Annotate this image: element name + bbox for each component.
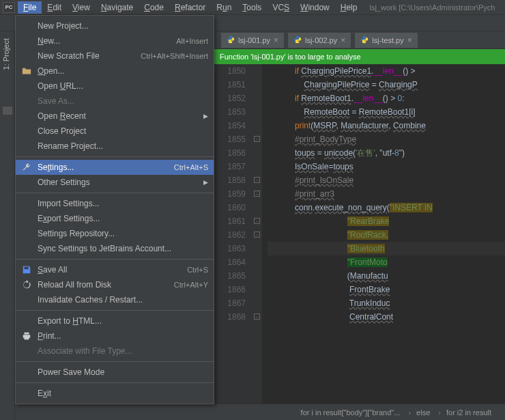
menu-item-label: Other Settings: [38, 178, 208, 187]
file-menu-exit[interactable]: Exit: [16, 386, 214, 401]
file-menu-print[interactable]: Print...: [16, 328, 214, 344]
file-menu-save-all[interactable]: Save AllCtrl+S: [16, 262, 214, 277]
reload-icon: [21, 279, 32, 290]
menu-code[interactable]: Code: [139, 1, 169, 14]
menu-shortcut: Ctrl+Alt+Y: [174, 281, 208, 289]
menu-help[interactable]: Help: [335, 1, 363, 14]
structure-icon[interactable]: [3, 107, 12, 115]
file-menu-export-settings[interactable]: Export Settings...: [16, 211, 214, 226]
close-icon[interactable]: ×: [341, 36, 345, 45]
file-menu-sync-settings-to-jetbrains-account[interactable]: Sync Settings to JetBrains Account...: [16, 241, 214, 256]
menu-item-label: Exit: [38, 389, 208, 398]
fold-toggle[interactable]: -: [254, 232, 260, 238]
line-gutter: 1850185118521853185418551856185718581859…: [214, 64, 252, 404]
file-menu-new[interactable]: New...Alt+Insert: [16, 33, 214, 48]
menu-edit[interactable]: Edit: [42, 1, 67, 14]
menu-item-label: New Scratch File: [38, 51, 141, 61]
menu-item-label: Associate with File Type...: [38, 346, 208, 356]
code-editor[interactable]: if ChargingPilePrice1.__len__() > Chargi…: [262, 64, 505, 404]
menu-item-label: Open URL...: [38, 81, 208, 91]
file-menu-invalidate-caches-restart[interactable]: Invalidate Caches / Restart...: [16, 292, 214, 307]
project-path: lsj_work [C:\Users\Administrator\Pych: [369, 3, 495, 12]
fold-toggle[interactable]: -: [254, 177, 260, 183]
file-menu-import-settings[interactable]: Import Settings...: [16, 196, 214, 211]
file-menu-new-scratch-file[interactable]: New Scratch FileCtrl+Alt+Shift+Insert: [16, 48, 214, 64]
file-menu-rename-project[interactable]: Rename Project...: [16, 139, 214, 154]
menu-item-label: Print...: [38, 331, 208, 341]
menu-refactor[interactable]: Refactor: [169, 1, 211, 14]
file-menu-open-url[interactable]: Open URL...: [16, 79, 214, 94]
fold-toggle[interactable]: -: [254, 218, 260, 224]
menu-item-label: Settings...: [38, 163, 174, 172]
folder-icon: [21, 66, 32, 76]
tab-label: lsj-001.py: [238, 36, 270, 44]
fold-toggle[interactable]: -: [254, 313, 260, 320]
menu-window[interactable]: Window: [295, 1, 335, 14]
menu-item-label: Open Recent: [38, 111, 208, 121]
menu-item-label: Import Settings...: [38, 199, 208, 208]
editor-tab[interactable]: lsj-001.py×: [221, 33, 284, 48]
menu-shortcut: Alt+Insert: [176, 37, 208, 45]
menu-item-label: New...: [38, 36, 176, 46]
file-menu-dropdown: New Project...New...Alt+InsertNew Scratc…: [15, 15, 214, 404]
analysis-banner: Function 'lsj-001.py' is too large to an…: [214, 49, 505, 64]
menu-shortcut: Ctrl+Alt+Shift+Insert: [141, 52, 208, 60]
file-menu-settings[interactable]: Settings...Ctrl+Alt+S: [16, 160, 214, 175]
menu-item-label: Export Settings...: [38, 214, 208, 223]
editor-tab[interactable]: lsj-test.py×: [355, 33, 417, 48]
editor-tabs: lsj-001.py×lsj-002.py×lsj-test.py×: [214, 31, 505, 49]
menu-item-label: Invalidate Caches / Restart...: [38, 295, 208, 305]
menu-item-label: Open...: [38, 66, 208, 76]
python-icon: [360, 36, 369, 45]
sidebar-project-button[interactable]: 1: Project: [2, 38, 10, 70]
menu-item-label: Save As...: [38, 96, 208, 106]
menu-file[interactable]: File: [18, 1, 42, 14]
tool-window-sidebar: 1: Project: [0, 31, 15, 420]
menu-item-label: Export to HTML...: [38, 316, 208, 326]
python-icon: [227, 36, 235, 45]
file-menu-reload-all-from-disk[interactable]: Reload All from DiskCtrl+Alt+Y: [16, 277, 214, 292]
menu-item-label: Settings Repository...: [38, 229, 208, 238]
menu-item-label: Reload All from Disk: [38, 280, 174, 290]
menu-item-label: New Project...: [38, 21, 208, 31]
file-menu-settings-repository[interactable]: Settings Repository...: [16, 226, 214, 241]
breadcrumb-segment[interactable]: for i in result["body"]["brand"...: [301, 408, 401, 417]
file-menu-power-save-mode[interactable]: Power Save Mode: [16, 365, 214, 380]
save-icon: [21, 264, 32, 275]
python-icon: [293, 36, 302, 45]
menu-view[interactable]: View: [67, 1, 96, 14]
menu-item-label: Save All: [38, 265, 187, 275]
menu-tools[interactable]: Tools: [237, 1, 267, 14]
menu-vcs[interactable]: VCS: [267, 1, 295, 14]
file-menu-open-recent[interactable]: Open Recent▶: [16, 109, 214, 124]
tab-label: lsj-002.py: [305, 36, 337, 44]
close-icon[interactable]: ×: [407, 36, 412, 45]
code-area: 1850185118521853185418551856185718581859…: [214, 64, 505, 404]
fold-gutter: ------: [252, 64, 262, 404]
menu-item-label: Sync Settings to JetBrains Account...: [38, 244, 208, 253]
file-menu-other-settings[interactable]: Other Settings▶: [16, 175, 214, 190]
fold-toggle[interactable]: -: [254, 136, 260, 142]
app-logo: PC: [3, 2, 15, 13]
menu-item-label: Power Save Mode: [38, 367, 208, 377]
close-icon[interactable]: ×: [274, 36, 278, 45]
menu-shortcut: Ctrl+Alt+S: [174, 163, 208, 171]
editor-tab[interactable]: lsj-002.py×: [288, 33, 351, 48]
breadcrumb-bar: for i in result["body"]["brand"... › els…: [214, 404, 505, 420]
menu-run[interactable]: Run: [211, 1, 237, 14]
menubar: PC FileEditViewNavigateCodeRefactorRunTo…: [0, 0, 505, 15]
file-menu-open[interactable]: Open...: [16, 64, 214, 79]
print-icon: [21, 331, 32, 341]
file-menu-export-to-html[interactable]: Export to HTML...: [16, 313, 214, 328]
file-menu-close-project[interactable]: Close Project: [16, 124, 214, 139]
chevron-right-icon: ▶: [203, 113, 208, 120]
fold-toggle[interactable]: -: [254, 191, 260, 197]
wrench-icon: [21, 162, 32, 173]
menu-navigate[interactable]: Navigate: [96, 1, 139, 14]
file-menu-save-as: Save As...: [16, 94, 214, 109]
chevron-right-icon: ›: [438, 408, 441, 417]
breadcrumb-segment[interactable]: for i2 in result: [446, 408, 491, 417]
breadcrumb-segment[interactable]: else: [416, 408, 430, 417]
chevron-right-icon: ▶: [203, 179, 208, 186]
file-menu-new-project[interactable]: New Project...: [16, 18, 214, 33]
